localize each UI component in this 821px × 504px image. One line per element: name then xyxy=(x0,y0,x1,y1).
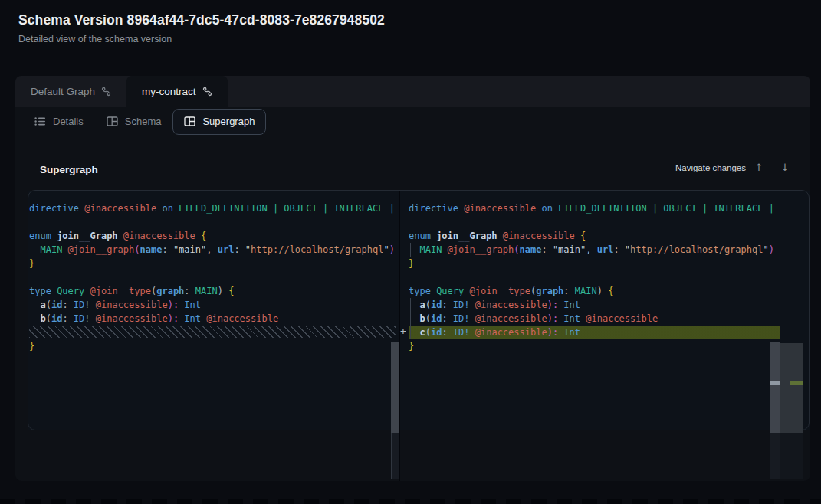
scrollbar-change-marker xyxy=(770,381,780,385)
code-line: type Query @join__type(graph: MAIN) { xyxy=(409,284,780,298)
arrow-down-icon: ↓ xyxy=(781,162,790,173)
minimap[interactable] xyxy=(780,343,803,433)
variant-fork-icon xyxy=(101,87,111,97)
variant-tab-label: my-contract xyxy=(142,86,196,97)
supergraph-heading: Supergraph xyxy=(40,164,98,175)
code-line: a(id: ID! @inaccessible): Int xyxy=(29,298,396,312)
tab-label: Details xyxy=(53,116,84,127)
diff-right-pane[interactable]: directive @inaccessible on FIELD_DEFINIT… xyxy=(400,201,780,353)
added-code-line: c(id: ID! @inaccessible): Int xyxy=(409,326,780,339)
variant-tab-label: Default Graph xyxy=(31,86,95,97)
right-pane-scrollbar[interactable] xyxy=(770,342,780,433)
minimap-added-marker xyxy=(790,381,803,385)
code-line: MAIN @join__graph(name: "main", url: "ht… xyxy=(29,243,396,257)
next-change-button[interactable]: ↓ xyxy=(772,162,798,173)
variant-tab-my-contract[interactable]: my-contract xyxy=(126,76,228,107)
code-line xyxy=(409,270,780,284)
navigate-changes: Navigate changes ↑ ↓ xyxy=(675,162,798,173)
bottom-dashed-edge xyxy=(0,499,821,504)
code-line: directive @inaccessible on FIELD_DEFINIT… xyxy=(409,201,780,215)
columns-icon xyxy=(107,116,118,126)
diff-left-pane[interactable]: directive @inaccessible on FIELD_DEFINIT… xyxy=(29,201,396,353)
code-line: } xyxy=(409,339,780,353)
code-line: MAIN @join__graph(name: "main", url: "ht… xyxy=(409,243,780,257)
added-line-marker: + xyxy=(398,326,409,338)
code-line: directive @inaccessible on FIELD_DEFINIT… xyxy=(29,201,396,215)
arrow-up-icon: ↑ xyxy=(755,162,764,173)
tab-details[interactable]: Details xyxy=(23,109,95,135)
page-title: Schema Version 8964af44-7dc5-47cd-8083-7… xyxy=(18,12,385,28)
tab-label: Schema xyxy=(125,116,162,127)
code-line xyxy=(29,270,396,284)
code-line xyxy=(29,215,396,229)
code-line: a(id: ID! @inaccessible): Int xyxy=(409,298,780,312)
code-line: enum join__Graph @inaccessible { xyxy=(29,229,396,243)
tab-label: Supergraph xyxy=(202,116,255,127)
right-pane-scrollbar-track[interactable] xyxy=(770,433,780,479)
code-line: enum join__Graph @inaccessible { xyxy=(409,229,780,243)
diff-placeholder-line xyxy=(29,326,396,339)
minimap-track xyxy=(780,433,803,479)
previous-change-button[interactable]: ↑ xyxy=(746,162,772,173)
left-pane-scrollbar[interactable] xyxy=(391,342,399,433)
variant-tab-bar: Default Graph my-contract xyxy=(15,76,810,107)
code-line: type Query @join__type(graph: MAIN) { xyxy=(29,284,396,298)
code-line: } xyxy=(409,257,780,270)
tab-supergraph[interactable]: Supergraph xyxy=(172,109,266,135)
left-pane-scrollbar-track[interactable] xyxy=(391,433,399,479)
list-icon xyxy=(34,116,46,126)
code-line: b(id: ID! @inaccessible): Int @inaccessi… xyxy=(29,312,396,326)
navigate-changes-label: Navigate changes xyxy=(675,163,746,172)
code-line xyxy=(409,215,780,229)
schema-version-page: Schema Version 8964af44-7dc5-47cd-8083-7… xyxy=(0,0,821,504)
variant-tab-default-graph[interactable]: Default Graph xyxy=(15,76,126,107)
code-line: b(id: ID! @inaccessible): Int @inaccessi… xyxy=(409,312,780,326)
view-tab-bar: Details Schema Supergraph xyxy=(15,107,810,136)
page-subtitle: Detailed view of the schema version xyxy=(18,34,172,44)
tab-schema[interactable]: Schema xyxy=(95,109,173,135)
variant-fork-icon xyxy=(202,87,212,97)
code-line: } xyxy=(29,257,396,270)
columns-icon xyxy=(184,116,195,126)
code-line: } xyxy=(29,339,396,353)
schema-version-card: Default Graph my-contract xyxy=(15,76,810,481)
